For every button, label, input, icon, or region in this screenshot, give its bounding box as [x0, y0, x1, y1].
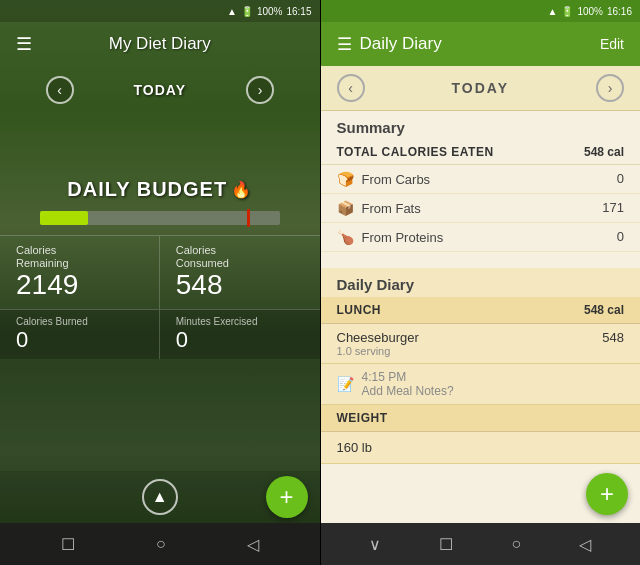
progress-bar-fill — [40, 211, 88, 225]
battery-icon: 🔋 — [241, 6, 253, 17]
progress-bar-marker — [247, 209, 250, 227]
calories-consumed-cell: CaloriesConsumed 548 — [160, 236, 320, 309]
proteins-icon: 🍗 — [337, 229, 354, 245]
wifi-icon: ▲ — [227, 6, 237, 17]
fab-plus-icon-right: + — [600, 480, 614, 508]
cheeseburger-calories: 548 — [602, 330, 624, 357]
date-nav-right: ‹ TODAY › — [321, 66, 641, 111]
square-icon-right[interactable]: ☐ — [439, 535, 453, 554]
navbar-right: ∨ ☐ ○ ◁ — [321, 523, 641, 565]
wifi-icon-right: ▲ — [547, 6, 557, 17]
status-bar-right: ▲ 🔋 100% 16:16 — [321, 0, 641, 22]
back-icon-right[interactable]: ◁ — [579, 535, 591, 554]
today-label: TODAY — [134, 82, 186, 98]
total-calories-label: TOTAL CALORIES EATEN — [337, 145, 494, 159]
header-right: ☰ Daily Diary Edit — [321, 22, 641, 66]
add-entry-button-right[interactable]: + — [586, 473, 628, 515]
from-fats-row: 📦 From Fats 171 — [321, 194, 641, 223]
action-row: ▲ + — [0, 471, 320, 523]
time-right: 16:16 — [607, 6, 632, 17]
calories-burned-cell: Calories Burned 0 — [0, 310, 160, 359]
daily-budget-label: DAILY BUDGET 🔥 — [67, 178, 252, 201]
add-entry-button-left[interactable]: + — [266, 476, 308, 518]
runner-area: ‹ TODAY › DAILY BUDGET 🔥 CaloriesRemaini… — [0, 66, 320, 471]
back-icon-left[interactable]: ◁ — [247, 535, 259, 554]
next-date-icon: › — [608, 80, 613, 96]
hamburger-icon-right[interactable]: ☰ — [337, 34, 352, 55]
from-proteins-label: 🍗 From Proteins — [337, 229, 444, 245]
note-icon: 📝 — [337, 376, 354, 392]
minutes-exercised-value: 0 — [176, 327, 188, 353]
fire-icon: 🔥 — [231, 180, 252, 199]
from-fats-value: 171 — [602, 200, 624, 216]
square-icon-left[interactable]: ☐ — [61, 535, 75, 554]
battery-icon-right: 🔋 — [561, 6, 573, 17]
status-icons-left: ▲ 🔋 100% 16:15 — [227, 6, 312, 17]
calories-consumed-value: 548 — [176, 270, 223, 301]
lunch-calories: 548 cal — [584, 303, 624, 317]
minutes-exercised-label: Minutes Exercised — [176, 316, 258, 327]
next-date-button[interactable]: › — [596, 74, 624, 102]
prev-date-button[interactable]: ‹ — [337, 74, 365, 102]
chevron-icon-right[interactable]: ∨ — [369, 535, 381, 554]
time-left: 16:15 — [286, 6, 311, 17]
weight-header: WEIGHT — [321, 405, 641, 432]
battery-percent-right: 100% — [577, 6, 603, 17]
lunch-header: LUNCH 548 cal — [321, 297, 641, 324]
left-panel: ▲ 🔋 100% 16:15 ☰ My Diet Diary ‹ TODAY ›… — [0, 0, 320, 565]
diary-section-header: Daily Diary — [321, 268, 641, 297]
home-icon-right[interactable]: ○ — [511, 535, 521, 553]
summary-section: Summary TOTAL CALORIES EATEN 548 cal 🍞 F… — [321, 111, 641, 260]
next-day-button[interactable]: › — [246, 76, 274, 104]
daily-diary-title: Daily Diary — [360, 34, 442, 54]
hamburger-icon[interactable]: ☰ — [16, 33, 32, 55]
from-fats-label: 📦 From Fats — [337, 200, 421, 216]
calories-burned-label: Calories Burned — [16, 316, 88, 327]
prev-date-icon: ‹ — [348, 80, 353, 96]
from-carbs-label: 🍞 From Carbs — [337, 171, 431, 187]
upload-button[interactable]: ▲ — [142, 479, 178, 515]
calories-consumed-label: CaloriesConsumed — [176, 244, 229, 270]
home-icon-left[interactable]: ○ — [156, 535, 166, 553]
total-calories-value: 548 cal — [584, 145, 624, 159]
header-left: ☰ My Diet Diary — [0, 22, 320, 66]
add-notes-time: 4:15 PM — [362, 370, 454, 384]
today-nav: ‹ TODAY › — [46, 76, 274, 104]
stats-grid: CaloriesRemaining 2149 CaloriesConsumed … — [0, 235, 320, 309]
next-arrow-icon: › — [258, 82, 263, 98]
today-date-label: TODAY — [452, 80, 509, 96]
diary-content: Summary TOTAL CALORIES EATEN 548 cal 🍞 F… — [321, 111, 641, 523]
navbar-left: ☐ ○ ◁ — [0, 523, 320, 565]
add-notes-row[interactable]: 📝 4:15 PM Add Meal Notes? — [321, 364, 641, 405]
diary-section: Daily Diary LUNCH 548 cal Cheeseburger 1… — [321, 268, 641, 464]
fats-icon: 📦 — [337, 200, 354, 216]
prev-day-button[interactable]: ‹ — [46, 76, 74, 104]
from-carbs-value: 0 — [617, 171, 624, 187]
carbs-icon: 🍞 — [337, 171, 354, 187]
calories-remaining-label: CaloriesRemaining — [16, 244, 69, 270]
calories-burned-value: 0 — [16, 327, 28, 353]
prev-arrow-icon: ‹ — [57, 82, 62, 98]
app-title: My Diet Diary — [109, 34, 211, 54]
cheeseburger-row[interactable]: Cheeseburger 1.0 serving 548 — [321, 324, 641, 364]
add-notes-info: 4:15 PM Add Meal Notes? — [362, 370, 454, 398]
from-carbs-row: 🍞 From Carbs 0 — [321, 165, 641, 194]
fab-plus-icon-left: + — [279, 483, 293, 511]
weight-label: WEIGHT — [337, 411, 388, 425]
add-notes-prompt: Add Meal Notes? — [362, 384, 454, 398]
total-calories-row: TOTAL CALORIES EATEN 548 cal — [321, 140, 641, 165]
weight-value: 160 lb — [337, 440, 372, 455]
header-right-title-group: ☰ Daily Diary — [337, 34, 442, 55]
calories-remaining-cell: CaloriesRemaining 2149 — [0, 236, 160, 309]
lunch-label: LUNCH — [337, 303, 382, 317]
edit-button[interactable]: Edit — [600, 36, 624, 52]
battery-percent: 100% — [257, 6, 283, 17]
cheeseburger-info: Cheeseburger 1.0 serving — [337, 330, 419, 357]
from-proteins-row: 🍗 From Proteins 0 — [321, 223, 641, 252]
weight-value-row: 160 lb — [321, 432, 641, 464]
right-panel: ▲ 🔋 100% 16:16 ☰ Daily Diary Edit ‹ TODA… — [321, 0, 641, 565]
status-icons-right: ▲ 🔋 100% 16:16 — [547, 6, 632, 17]
from-proteins-value: 0 — [617, 229, 624, 245]
status-bar-left: ▲ 🔋 100% 16:15 — [0, 0, 320, 22]
cheeseburger-serving: 1.0 serving — [337, 345, 419, 357]
